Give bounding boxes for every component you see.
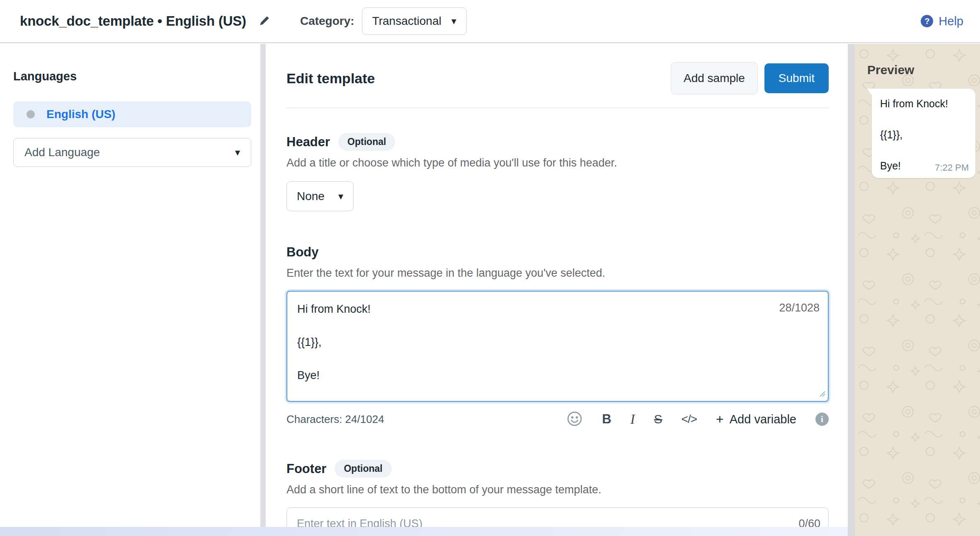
body-section-title: Body [286,244,319,261]
message-bubble: Hi from Knock! {{1}}, Bye! 7:22 PM [872,89,975,178]
language-status-dot [27,110,35,118]
add-sample-button[interactable]: Add sample [671,62,758,94]
info-icon[interactable]: i [815,413,829,426]
footer-section-title: Footer [286,460,326,478]
optional-badge: Optional [335,460,391,478]
add-variable-button[interactable]: + Add variable [716,413,796,426]
plus-icon: + [716,413,724,426]
preview-divider [848,44,855,536]
template-editor-page: knock_doc_template • English (US) Catego… [0,0,980,536]
bottom-banner-strip [0,527,848,536]
preview-panel: Preview Hi from Knock! {{1}}, Bye! 7:22 … [855,44,980,536]
bubble-line: {{1}}, [880,128,968,141]
chevron-down-icon: ▾ [338,191,343,201]
edit-title-button[interactable] [256,12,273,30]
category-dropdown[interactable]: Transactional ▾ [362,7,467,35]
optional-badge: Optional [338,133,395,151]
header-type-dropdown[interactable]: None ▾ [286,181,354,211]
header-type-value: None [297,190,325,203]
header-section: Header Optional Add a title or choose wh… [286,133,829,211]
chevron-down-icon: ▾ [235,147,240,157]
body-char-counter: 28/1028 [779,302,820,314]
submit-button[interactable]: Submit [764,63,829,93]
bold-icon: B [602,412,611,427]
add-variable-label: Add variable [730,413,796,426]
italic-icon: I [631,412,635,427]
body-text-input[interactable]: Hi from Knock! {{1}}, Bye! [286,291,829,402]
emoji-icon [566,410,583,428]
strikethrough-button[interactable]: S [654,412,662,426]
top-bar: knock_doc_template • English (US) Catego… [0,0,980,43]
category-value: Transactional [372,14,441,28]
help-icon: ? [921,15,933,27]
resize-handle[interactable] [819,391,826,399]
edit-template-panel: Edit template Add sample Submit Header O… [266,44,848,536]
code-button[interactable]: </> [682,413,697,426]
body-section: Body Enter the text for your message in … [286,244,829,430]
characters-count: Characters: 24/1024 [286,413,384,426]
header-section-description: Add a title or choose which type of medi… [286,156,829,170]
strikethrough-icon: S [654,412,662,426]
header-section-title: Header [286,133,330,151]
italic-button[interactable]: I [631,412,635,427]
sidebar-divider [260,44,266,536]
languages-sidebar: Languages English (US) Add Language ▾ [0,44,260,536]
pencil-icon [258,14,271,29]
code-icon: </> [682,413,697,426]
add-language-label: Add Language [24,146,100,159]
preview-heading: Preview [867,63,980,77]
category-label: Category: [300,14,354,28]
bold-button[interactable]: B [602,412,611,427]
languages-heading: Languages [13,70,251,83]
bubble-line: Hi from Knock! [880,97,968,110]
footer-section-description: Add a short line of text to the bottom o… [286,483,829,497]
sidebar-item-english-us[interactable]: English (US) [13,101,251,127]
footer-section: Footer Optional Add a short line of text… [286,460,829,536]
bubble-timestamp: 7:22 PM [935,162,969,173]
body-section-description: Enter the text for your message in the l… [286,266,829,280]
help-link[interactable]: ? Help [921,14,963,28]
body-toolbar: Characters: 24/1024 B I [286,408,829,430]
chevron-down-icon: ▾ [451,16,456,26]
add-language-dropdown[interactable]: Add Language ▾ [13,138,251,167]
language-label: English (US) [46,108,115,121]
edit-template-heading: Edit template [286,70,375,87]
section-divider [286,108,829,108]
emoji-button[interactable] [566,410,583,428]
page-title: knock_doc_template • English (US) [20,13,246,29]
help-label: Help [939,14,963,28]
